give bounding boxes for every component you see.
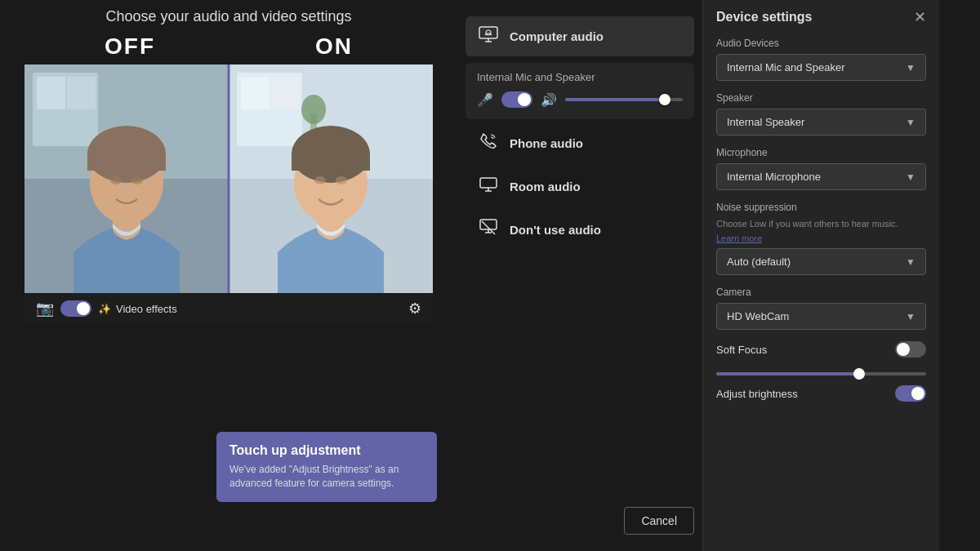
no-audio-label: Don't use audio	[510, 223, 601, 237]
svg-rect-15	[271, 77, 300, 109]
soft-focus-label: Soft Focus	[716, 344, 767, 356]
video-on-side	[229, 64, 433, 293]
video-controls-left: 📷 ✨ Video effects	[36, 300, 177, 318]
volume-slider-thumb	[659, 94, 670, 105]
video-toggle[interactable]	[60, 300, 91, 317]
noise-suppression-arrow-icon: ▼	[906, 256, 915, 268]
microphone-value: Internal Microphone	[727, 171, 821, 183]
room-audio-icon	[477, 177, 500, 196]
off-on-labels: OFF ON	[24, 33, 433, 60]
adjust-brightness-label: Adjust brightness	[716, 388, 798, 400]
phone-audio-label: Phone audio	[510, 136, 583, 150]
close-icon[interactable]: ✕	[914, 8, 926, 26]
brightness-thumb	[853, 368, 865, 380]
audio-devices-group: Audio Devices Internal Mic and Speaker ▼	[716, 38, 926, 81]
svg-point-9	[110, 176, 122, 184]
middle-panel: Computer audio Internal Mic and Speaker …	[457, 0, 702, 551]
video-effects-label-text: Video effects	[116, 303, 177, 315]
microphone-arrow-icon: ▼	[906, 171, 915, 183]
video-off-side	[24, 64, 229, 293]
audio-devices-label: Audio Devices	[716, 38, 926, 49]
tooltip-title: Touch up adjustment	[229, 443, 424, 458]
volume-slider-container[interactable]	[565, 98, 683, 101]
sparkle-icon: ✨	[98, 303, 111, 315]
speaker-icon: 🔊	[541, 92, 557, 108]
camera-dropdown[interactable]: HD WebCam ▼	[716, 303, 926, 330]
tooltip-box: Touch up adjustment We've added "Adjust …	[216, 432, 437, 502]
learn-more-link[interactable]: Learn more	[716, 233, 926, 243]
speaker-arrow-icon: ▼	[906, 117, 915, 128]
noise-suppression-dropdown[interactable]: Auto (default) ▼	[716, 248, 926, 275]
noise-suppression-label: Noise suppression	[716, 202, 926, 213]
room-audio-label: Room audio	[510, 180, 581, 193]
svg-rect-14	[241, 77, 270, 109]
settings-gear-icon[interactable]: ⚙	[408, 300, 421, 318]
audio-devices-arrow-icon: ▼	[906, 62, 915, 73]
audio-devices-dropdown[interactable]: Internal Mic and Speaker ▼	[716, 54, 926, 81]
camera-label: Camera	[716, 287, 926, 298]
computer-audio-detail: Internal Mic and Speaker 🎤 🔊	[466, 63, 694, 119]
adjust-brightness-toggle[interactable]	[895, 385, 926, 402]
no-audio-icon	[477, 219, 500, 241]
cancel-button[interactable]: Cancel	[624, 507, 694, 535]
panel-title: Device settings	[716, 10, 812, 24]
audio-option-room[interactable]: Room audio	[466, 167, 694, 206]
svg-rect-20	[292, 154, 370, 171]
camera-group: Camera HD WebCam ▼	[716, 287, 926, 330]
noise-suppression-group: Noise suppression Choose Low if you want…	[716, 202, 926, 275]
noise-suppression-desc: Choose Low if you want others to hear mu…	[716, 218, 926, 230]
svg-point-23	[336, 176, 347, 184]
adjust-brightness-row: Adjust brightness	[716, 385, 926, 402]
svg-rect-4	[67, 77, 96, 109]
computer-audio-label: Computer audio	[510, 29, 604, 43]
on-label: ON	[315, 33, 353, 60]
audio-controls-row: 🎤 🔊	[477, 91, 683, 108]
audio-option-none[interactable]: Don't use audio	[466, 209, 694, 251]
microphone-group: Microphone Internal Microphone ▼	[716, 147, 926, 190]
audio-option-computer[interactable]: Computer audio	[466, 16, 694, 56]
panel-header: Device settings ✕	[716, 8, 926, 26]
camera-arrow-icon: ▼	[906, 311, 915, 322]
speaker-value: Internal Speaker	[727, 116, 804, 128]
svg-point-22	[314, 176, 326, 184]
mic-toggle[interactable]	[501, 91, 532, 108]
brightness-slider[interactable]	[716, 372, 926, 375]
left-panel: Choose your audio and video settings OFF…	[0, 0, 457, 551]
phone-audio-icon	[477, 132, 500, 154]
computer-audio-icon	[477, 26, 500, 47]
speaker-dropdown[interactable]: Internal Speaker ▼	[716, 109, 926, 136]
svg-point-10	[131, 176, 143, 184]
mic-icon: 🎤	[477, 92, 493, 108]
camera-icon: 📷	[36, 300, 54, 318]
tooltip-text: We've added "Adjust Brightness" as an ad…	[229, 463, 424, 491]
volume-slider[interactable]	[565, 98, 683, 101]
microphone-label: Microphone	[716, 147, 926, 158]
svg-rect-7	[87, 154, 166, 171]
svg-rect-28	[480, 178, 497, 188]
soft-focus-toggle[interactable]	[895, 341, 926, 358]
svg-rect-3	[37, 77, 65, 109]
off-label: OFF	[105, 33, 155, 60]
audio-option-phone[interactable]: Phone audio	[466, 122, 694, 164]
speaker-group: Speaker Internal Speaker ▼	[716, 92, 926, 136]
audio-device-name: Internal Mic and Speaker	[477, 71, 683, 83]
main-container: Choose your audio and video settings OFF…	[0, 0, 980, 551]
noise-suppression-value: Auto (default)	[727, 256, 791, 268]
page-title: Choose your audio and video settings	[105, 8, 351, 25]
speaker-label: Speaker	[716, 92, 926, 104]
audio-devices-value: Internal Mic and Speaker	[727, 61, 845, 73]
svg-point-17	[301, 95, 326, 124]
video-controls-bar: 📷 ✨ Video effects ⚙	[24, 293, 433, 324]
video-preview	[24, 64, 433, 293]
video-effects-button[interactable]: ✨ Video effects	[98, 303, 177, 315]
camera-value: HD WebCam	[727, 310, 789, 322]
video-divider	[228, 64, 230, 293]
svg-rect-24	[479, 27, 497, 38]
microphone-dropdown[interactable]: Internal Microphone ▼	[716, 163, 926, 190]
device-settings-panel: Device settings ✕ Audio Devices Internal…	[702, 0, 939, 551]
soft-focus-row: Soft Focus	[716, 341, 926, 358]
